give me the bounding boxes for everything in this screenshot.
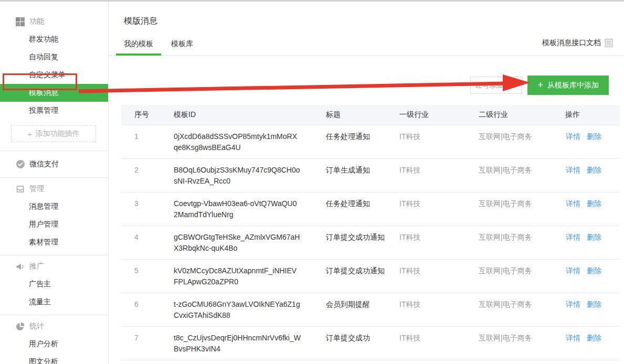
- template-api-doc-link[interactable]: 模板消息接口文档: [542, 38, 613, 48]
- delete-link[interactable]: 删除: [587, 334, 601, 342]
- sidebar-item-material-manage[interactable]: 素材管理: [0, 233, 108, 251]
- sidebar-item-message-manage[interactable]: 消息管理: [0, 198, 108, 216]
- delete-link[interactable]: 删除: [587, 233, 601, 241]
- template-title: 任务处理通知: [326, 192, 399, 226]
- wechat-pay-label: 微信支付: [29, 159, 59, 169]
- col-header-actions: 操作: [565, 105, 620, 125]
- table-row: 2 B8OqL6OubjzS3sKMuy747c9Q8CH0osNI-RvzEA…: [121, 158, 620, 192]
- primary-industry: IT科技: [399, 158, 479, 192]
- secondary-industry: 互联网|电子商务: [479, 259, 565, 293]
- sidebar-section-manage: 管理: [0, 180, 108, 198]
- detail-link[interactable]: 详情: [566, 166, 580, 174]
- detail-link[interactable]: 详情: [566, 334, 580, 342]
- col-header-index: 序号: [121, 105, 174, 125]
- plus-icon: +: [537, 80, 543, 91]
- secondary-industry: 互联网|电子商务: [479, 293, 565, 326]
- sidebar-section-promotion: 推广: [0, 258, 108, 275]
- template-title: 订单提交成功通知: [326, 259, 399, 293]
- sidebar-item-wechat-pay[interactable]: 微信支付: [0, 151, 108, 177]
- template-title: 订单生成通知: [326, 158, 399, 192]
- col-header-template-id: 模板ID: [174, 105, 326, 125]
- table-row: 6 t-zGoCMU68GnY3awLVOIkNEYa6Z1gCvxiGTAhi…: [121, 293, 620, 326]
- col-header-secondary-industry: 二级行业: [479, 105, 565, 125]
- sidebar-item-vote-manage[interactable]: 投票管理: [0, 102, 108, 120]
- section-label: 推广: [29, 262, 44, 271]
- col-header-title: 标题: [326, 105, 399, 125]
- template-table: 序号 模板ID 标题 一级行业 二级行业 操作 1 0jXcdD6a8dSSSv…: [121, 105, 620, 360]
- page-title: 模版消息: [109, 2, 624, 27]
- sidebar-section-features: 功能: [0, 13, 108, 30]
- table-row: 1 0jXcdD6a8dSSSvOP85mtyk1mMoRXqe8Ksg8wsB…: [121, 125, 620, 158]
- row-index: 1: [121, 125, 174, 158]
- table-row: 4 gCBWOrGtgTeHSke_AZmlxVGM67aHX3RbqkNc-q…: [121, 226, 620, 259]
- tab-my-templates[interactable]: 我的模板: [116, 38, 161, 56]
- doc-link-label: 模板消息接口文档: [542, 38, 601, 48]
- sidebar-item-article-analysis[interactable]: 图文分析: [0, 353, 108, 364]
- detail-link[interactable]: 详情: [566, 266, 580, 275]
- secondary-industry: 互联网|电子商务: [479, 158, 565, 192]
- sidebar-item-mass-send[interactable]: 群发功能: [0, 30, 108, 48]
- sidebar-item-custom-menu[interactable]: 自定义菜单: [0, 66, 108, 84]
- inbox-icon: [16, 185, 25, 194]
- add-plugin-label: 添加功能插件: [35, 129, 79, 138]
- row-index: 3: [121, 192, 174, 226]
- delete-link[interactable]: 删除: [587, 166, 601, 174]
- template-id: 0jXcdD6a8dSSSvOP85mtyk1mMoRXqe8Ksg8wsBEa…: [174, 125, 326, 158]
- detail-link[interactable]: 详情: [566, 233, 580, 241]
- section-label: 功能: [29, 17, 44, 26]
- primary-industry: IT科技: [399, 192, 479, 226]
- quota-remaining-tip: 还可添加18个: [470, 77, 522, 94]
- primary-industry: IT科技: [399, 226, 479, 259]
- section-label: 统计: [29, 322, 44, 331]
- main-content: 模版消息 我的模板 模板库 模板消息接口文档 还可添加18个 + 从模板库中添加: [109, 2, 624, 364]
- col-header-primary-industry: 一级行业: [399, 105, 479, 125]
- pie-chart-icon: [16, 322, 25, 331]
- table-header-row: 序号 模板ID 标题 一级行业 二级行业 操作: [121, 105, 620, 125]
- section-label: 管理: [29, 184, 44, 194]
- detail-link[interactable]: 详情: [566, 300, 580, 308]
- sidebar-item-user-analysis[interactable]: 用户分析: [0, 335, 108, 353]
- row-index: 4: [121, 226, 174, 259]
- add-plugin-button[interactable]: + 添加功能插件: [11, 125, 96, 142]
- template-id: t8c_CzUjvsDeqrEj0HHncmNrVv6fki_WBvsPHK3v…: [174, 326, 326, 360]
- sidebar-item-template-message[interactable]: 模板消息: [0, 84, 108, 102]
- template-title: 会员到期提醒: [326, 293, 399, 326]
- plus-icon: +: [28, 130, 33, 138]
- add-button-label: 从模板库中添加: [547, 81, 599, 90]
- sidebar-item-auto-reply[interactable]: 自动回复: [0, 48, 108, 66]
- tab-template-library[interactable]: 模板库: [163, 38, 201, 56]
- sidebar-item-user-manage[interactable]: 用户管理: [0, 216, 108, 233]
- detail-link[interactable]: 详情: [566, 132, 580, 141]
- template-id: kV0zMCcyDc8AZUtXapnmtF_iNHIEVFPLApwG20aZ…: [174, 259, 326, 293]
- primary-industry: IT科技: [399, 259, 479, 293]
- row-index: 5: [121, 259, 174, 293]
- sidebar: 功能 群发功能 自动回复 自定义菜单 模板消息 投票管理 + 添加功能插件 微信…: [0, 2, 109, 364]
- table-row: 7 t8c_CzUjvsDeqrEj0HHncmNrVv6fki_WBvsPHK…: [121, 326, 620, 360]
- template-id: gCBWOrGtgTeHSke_AZmlxVGM67aHX3RbqkNc-quK…: [174, 226, 326, 259]
- detail-link[interactable]: 详情: [566, 199, 580, 208]
- secondary-industry: 互联网|电子商务: [479, 326, 565, 360]
- sidebar-item-advertiser[interactable]: 广告主: [0, 275, 108, 293]
- secondary-industry: 互联网|电子商务: [479, 192, 565, 226]
- row-index: 2: [121, 158, 174, 192]
- template-title: 订单提交成功: [326, 326, 399, 360]
- delete-link[interactable]: 删除: [587, 132, 601, 141]
- template-id: Coevtgp-VbawH03ea6-oVtQ7WaQU02MamdTdYlue…: [174, 192, 326, 226]
- template-title: 任务处理通知: [326, 125, 399, 158]
- delete-link[interactable]: 删除: [587, 199, 601, 208]
- template-title: 订单提交成功通知: [326, 226, 399, 259]
- secondary-industry: 互联网|电子商务: [479, 125, 565, 158]
- wechat-pay-icon: [16, 159, 25, 169]
- table-row: 5 kV0zMCcyDc8AZUtXapnmtF_iNHIEVFPLApwG20…: [121, 259, 620, 293]
- grid-icon: [16, 17, 25, 26]
- add-from-library-button[interactable]: + 从模板库中添加: [527, 76, 609, 95]
- sidebar-item-traffic-owner[interactable]: 流量主: [0, 293, 108, 311]
- template-id: B8OqL6OubjzS3sKMuy747c9Q8CH0osNI-RvzEA_R…: [174, 158, 326, 192]
- delete-link[interactable]: 删除: [587, 266, 601, 275]
- primary-industry: IT科技: [399, 125, 479, 158]
- megaphone-icon: [16, 262, 25, 271]
- delete-link[interactable]: 删除: [587, 300, 601, 308]
- tab-bar: 我的模板 模板库 模板消息接口文档: [109, 38, 624, 56]
- primary-industry: IT科技: [399, 326, 479, 360]
- secondary-industry: 互联网|电子商务: [479, 226, 565, 259]
